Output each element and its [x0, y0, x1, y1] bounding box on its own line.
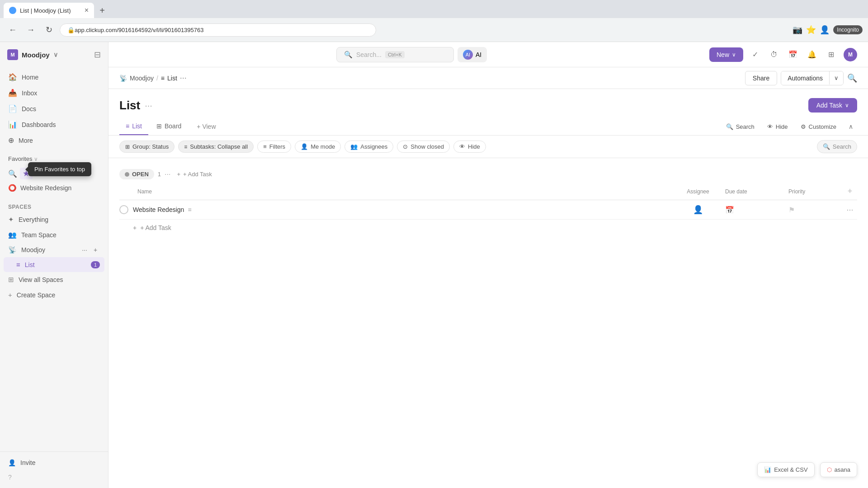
hide-icon: 👁 — [767, 123, 773, 130]
grid-icon[interactable]: ⊞ — [825, 48, 837, 61]
task-priority[interactable]: ⚑ — [788, 206, 843, 214]
topbar-search-icon[interactable]: 🔍 — [847, 73, 857, 83]
add-task-row-icon: + — [133, 224, 137, 231]
global-search-bar[interactable]: 🔍 Search... Ctrl+K — [336, 47, 454, 62]
clock-icon[interactable]: ⏱ — [768, 48, 780, 61]
sidebar-item-dashboards[interactable]: 📊 Dashboards — [4, 117, 104, 132]
sidebar-item-everything[interactable]: ✦ Everything — [4, 212, 104, 227]
favorites-search-icon[interactable]: 🔍 — [8, 169, 17, 178]
new-tab-button[interactable]: + — [96, 4, 108, 17]
bookmark-icon[interactable]: ⭐ — [806, 25, 816, 35]
tab-list[interactable]: ≡ List — [119, 118, 148, 135]
user-avatar[interactable]: M — [844, 48, 857, 61]
ai-icon: AI — [463, 50, 473, 60]
sidebar-item-inbox[interactable]: 📥 Inbox — [4, 85, 104, 101]
forward-button[interactable]: → — [24, 23, 38, 37]
page-title-more-button[interactable]: ··· — [145, 100, 152, 111]
topbar-icons-right: ✓ ⏱ 📅 🔔 ⊞ M — [749, 48, 857, 61]
sidebar-item-moodjoy[interactable]: 📡 Moodjoy ··· + — [4, 243, 104, 257]
task-checkbox[interactable] — [119, 205, 128, 214]
import-buttons: 📊 Excel & CSV ⬡ asana — [757, 462, 857, 477]
breadcrumb: 📡 Moodjoy / ≡ List ··· Share Automations… — [108, 67, 868, 89]
breadcrumb-list[interactable]: ≡ List — [161, 75, 177, 82]
add-task-row[interactable]: + + Add Task — [119, 220, 857, 236]
browser-actions: 📷 ⭐ 👤 Incognito — [793, 25, 863, 35]
toolbar-search-input[interactable]: 🔍 Search — [817, 140, 857, 153]
moodjoy-more-button[interactable]: ··· — [80, 245, 89, 254]
check-icon[interactable]: ✓ — [749, 48, 761, 61]
sidebar-item-more[interactable]: ⊕ More — [4, 132, 104, 148]
tab-close-icon[interactable]: × — [85, 6, 89, 14]
task-assignee[interactable]: 👤 — [671, 205, 725, 215]
automations-expand-button[interactable]: ∨ — [829, 71, 843, 84]
section-add-task-button[interactable]: + + Add Task — [174, 169, 214, 179]
filters-chip[interactable]: ≡ Filters — [257, 141, 291, 153]
show-closed-icon: ⊙ — [403, 143, 408, 150]
favorites-toolbar: 🔍 ★ ∨ Pin Favorites to top — [5, 166, 104, 181]
breadcrumb-separator: / — [156, 75, 158, 82]
assignees-chip[interactable]: 👥 Assignees — [344, 141, 393, 153]
sidebar-item-home[interactable]: 🏠 Home — [4, 69, 104, 85]
url-bar[interactable]: 🔒 app.clickup.com/9016164592/v/l/li/9016… — [60, 23, 376, 37]
favorites-chevron-icon: ∨ — [34, 156, 38, 162]
asana-button[interactable]: ⬡ asana — [820, 462, 857, 477]
home-icon: 🏠 — [8, 73, 17, 81]
collapse-toolbar-button[interactable]: ∧ — [844, 120, 857, 133]
add-task-button[interactable]: Add Task ∨ — [808, 98, 857, 113]
me-mode-chip[interactable]: 👤 Me mode — [295, 141, 341, 153]
add-view-button[interactable]: + View — [191, 119, 221, 134]
section-more-button[interactable]: ··· — [165, 170, 170, 178]
profile-icon[interactable]: 👤 — [820, 25, 830, 35]
col-name-header: Name — [119, 188, 671, 195]
col-assignee-header: Assignee — [671, 188, 725, 195]
search-view-button[interactable]: 🔍 Search — [722, 121, 759, 133]
excel-csv-button[interactable]: 📊 Excel & CSV — [757, 462, 814, 477]
back-button[interactable]: ← — [5, 23, 20, 37]
notification-icon[interactable]: 🔔 — [806, 48, 818, 61]
sidebar-item-invite[interactable]: 👤 Invite — [4, 455, 104, 470]
page-header-actions: Add Task ∨ — [808, 98, 857, 113]
automations-button[interactable]: Automations — [781, 71, 829, 85]
pin-favorites-tooltip: Pin Favorites to top — [28, 162, 91, 176]
sidebar-item-list[interactable]: ≡ List 1 — [4, 257, 104, 272]
sidebar-item-team-space[interactable]: 👥 Team Space — [4, 227, 104, 243]
col-add-header[interactable]: + — [843, 187, 857, 196]
sidebar-item-help[interactable]: ? — [4, 470, 104, 484]
view-tabs: ≡ List ⊞ Board + View 🔍 Search 👁 Hide — [108, 118, 868, 136]
sidebar-toggle-button[interactable]: ⊟ — [94, 50, 101, 60]
search-view-icon: 🔍 — [726, 123, 733, 130]
hide-chip[interactable]: 👁 Hide — [453, 141, 486, 153]
share-button[interactable]: Share — [745, 71, 777, 85]
status-badge-open[interactable]: OPEN — [119, 169, 154, 179]
group-status-chip[interactable]: ⊞ Group: Status — [119, 141, 175, 153]
sidebar-item-website-redesign[interactable]: ⭕ Website Redesign — [4, 181, 104, 195]
search-icon: 🔍 — [344, 51, 353, 59]
global-topbar: 🔍 Search... Ctrl+K AI AI New ∨ ✓ ⏱ 📅 🔔 ⊞ — [108, 42, 868, 67]
breadcrumb-workspace[interactable]: 📡 Moodjoy — [119, 75, 154, 82]
subtasks-icon: ≡ — [184, 144, 187, 150]
show-closed-chip[interactable]: ⊙ Show closed — [397, 141, 450, 153]
subtasks-chip[interactable]: ≡ Subtasks: Collapse all — [178, 141, 254, 153]
view-options: 🔍 Search 👁 Hide ⚙ Customize ∧ — [722, 120, 857, 133]
browser-tab[interactable]: List | Moodjoy (List) × — [4, 3, 94, 18]
breadcrumb-more-button[interactable]: ··· — [180, 73, 187, 83]
workspace-name[interactable]: M Moodjoy ∨ — [7, 49, 58, 60]
reload-button[interactable]: ↻ — [42, 23, 56, 37]
sidebar-item-docs[interactable]: 📄 Docs — [4, 101, 104, 117]
calendar-icon[interactable]: 📅 — [787, 48, 799, 61]
sidebar-item-view-all-spaces[interactable]: ⊞ View all Spaces — [4, 272, 104, 287]
task-more-button[interactable]: ··· — [843, 205, 857, 215]
group-icon: ⊞ — [125, 144, 130, 150]
hide-view-button[interactable]: 👁 Hide — [763, 121, 793, 133]
moodjoy-add-button[interactable]: + — [91, 245, 100, 254]
search-shortcut-badge: Ctrl+K — [385, 51, 405, 58]
sidebar-item-create-space[interactable]: + Create Space — [4, 287, 104, 302]
toolbar-search-icon: 🔍 — [823, 143, 830, 150]
task-name[interactable]: Website Redesign ≡ — [133, 206, 671, 213]
task-duedate[interactable]: 📅 — [725, 206, 788, 214]
tab-board[interactable]: ⊞ Board — [150, 118, 188, 135]
customize-view-button[interactable]: ⚙ Customize — [796, 121, 841, 133]
new-button[interactable]: New ∨ — [709, 47, 743, 62]
sidebar-header: M Moodjoy ∨ ⊟ — [0, 42, 108, 67]
ai-button[interactable]: AI AI — [458, 47, 487, 62]
